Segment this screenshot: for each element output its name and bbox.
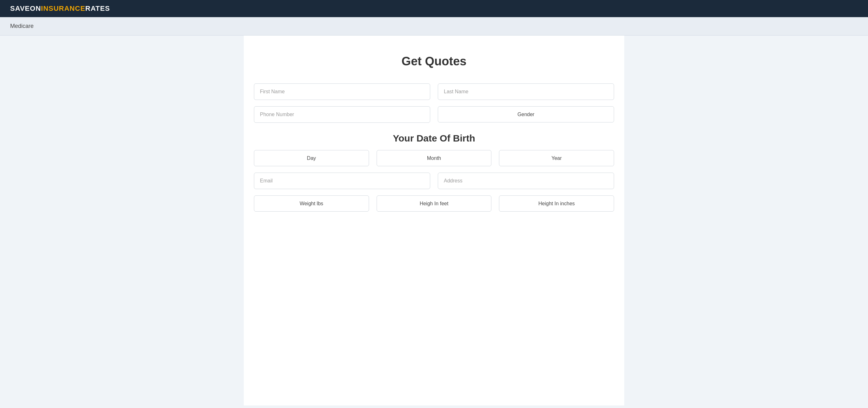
height-feet-select[interactable]: Heigh In feet 4567 [377,196,492,212]
weight-height-row: Weight lbs 100110120130 140150160170 180… [254,196,614,212]
month-field: Month JanuaryFebruaryMarchApril MayJuneJ… [377,150,492,166]
phone-gender-row: Gender Male Female Other [254,106,614,123]
email-input[interactable] [254,173,430,189]
day-select[interactable]: Day 12345 678910 1112131415 1617181920 2… [254,150,369,166]
site-logo: SAVEONINSURANCERATES [10,4,110,13]
year-select[interactable]: Year 2005200420032002 2001200019991998 1… [499,150,614,166]
name-row [254,83,614,100]
dob-subtitle: Your Date Of Birth [254,133,614,144]
gender-field: Gender Male Female Other [438,106,614,123]
last-name-input[interactable] [438,83,614,100]
weight-select[interactable]: Weight lbs 100110120130 140150160170 180… [254,196,369,212]
site-header: SAVEONINSURANCERATES [0,0,868,17]
logo-save: SAVEON [10,4,41,12]
address-field [438,173,614,189]
email-address-row [254,173,614,189]
gender-select[interactable]: Gender Male Female Other [438,106,614,122]
first-name-field [254,83,430,100]
day-field: Day 12345 678910 1112131415 1617181920 2… [254,150,369,166]
phone-input[interactable] [254,106,430,123]
height-inches-select[interactable]: Height In inches 0123 4567 891011 [499,196,614,212]
breadcrumb-bar: Medicare [0,17,868,35]
year-field: Year 2005200420032002 2001200019991998 1… [499,150,614,166]
address-input[interactable] [438,173,614,189]
height-feet-field: Heigh In feet 4567 [377,196,492,212]
month-select[interactable]: Month JanuaryFebruaryMarchApril MayJuneJ… [377,150,492,166]
first-name-input[interactable] [254,83,430,100]
logo-insurance: INSURANCE [41,4,85,12]
phone-field [254,106,430,123]
email-field [254,173,430,189]
main-content: Get Quotes Gender Male Female Other Your… [244,35,624,405]
weight-field: Weight lbs 100110120130 140150160170 180… [254,196,369,212]
last-name-field [438,83,614,100]
breadcrumb: Medicare [10,23,34,29]
dob-row: Day 12345 678910 1112131415 1617181920 2… [254,150,614,166]
page-title: Get Quotes [254,55,614,68]
logo-rates: RATES [85,4,110,12]
height-inches-field: Height In inches 0123 4567 891011 [499,196,614,212]
